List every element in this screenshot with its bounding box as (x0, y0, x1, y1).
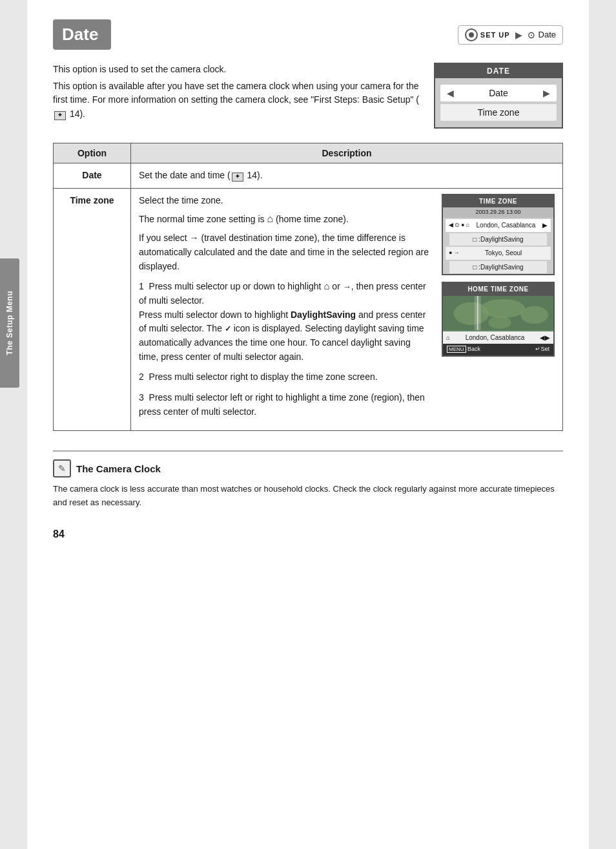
table-row-timezone: Time zone Select the time zone. The norm… (54, 188, 563, 431)
or-text: or (332, 281, 340, 291)
htz-nav-arrows: ◀▶ (540, 333, 550, 343)
book-icon-2: ✦ (232, 173, 243, 182)
breadcrumb-date-label: Date (539, 30, 556, 39)
tz-daylight-2: :DaylightSaving (477, 262, 523, 273)
date-menu-item-tz-label: Time zone (478, 107, 520, 118)
date-menu-items: ◀ Date ▶ Time zone (435, 78, 562, 127)
tz-list-item-1: 1 Press multi selector up or down to hig… (139, 278, 431, 364)
tz-list-item-3: 3 Press multi selector left or right to … (139, 391, 431, 419)
date-menu-mockup: DATE ◀ Date ▶ Time zone (434, 63, 563, 129)
tz-list-num-2: 2 (139, 372, 149, 382)
pencil-icon: ✎ (58, 463, 66, 474)
htz-header: HOME TIME ZONE (443, 283, 553, 296)
daylight-saving-bold: DaylightSaving (291, 309, 356, 320)
tz-screen-row-1: ◀ ⊙ ● ⌂ London, Casablanca ▶ (446, 219, 551, 232)
htz-screen: HOME TIME ZONE (442, 282, 555, 357)
option-date-label: Date (82, 170, 101, 180)
date-desc-text: Set the date and time (✦ 14). (139, 170, 263, 180)
table-desc-date: Set the date and time (✦ 14). (131, 163, 563, 189)
tz-screen: TIME ZONE 2003.29.26 13:00 ◀ ⊙ ● ⌂ (442, 194, 555, 275)
tz-list: 1 Press multi selector up or down to hig… (139, 278, 431, 419)
tz-right-arrow: ▶ (542, 220, 548, 231)
tz-dot-icon: ● (461, 221, 464, 230)
date-menu-item-date: ◀ Date ▶ (440, 85, 557, 101)
note-title: The Camera Clock (76, 463, 161, 474)
tz-screen-time: 2003.29.26 13:00 (443, 207, 553, 218)
sidebar-label: The Setup Menu (5, 291, 14, 355)
intro-section: This option is used to set the camera cl… (53, 63, 563, 129)
tz-row3-icons: ● → (449, 249, 459, 258)
breadcrumb: SET UP ▶ ⊙ Date (458, 25, 563, 45)
tz-tokyo-label: Tokyo, Seoul (485, 248, 522, 258)
tz-travel-icon: → (453, 249, 459, 258)
sidebar-tab: The Setup Menu (0, 258, 19, 388)
menu-key-icon: MENU (447, 346, 466, 353)
travel-arrow-icon-2: → (343, 282, 351, 291)
htz-map (443, 296, 553, 331)
house-icon-2: ⌂ (323, 280, 329, 291)
page-header: Date SET UP ▶ ⊙ Date (53, 19, 563, 50)
date-menu-item-date-label: Date (489, 88, 508, 98)
book-icon: ✦ (54, 111, 66, 120)
date-menu-item-timezone: Time zone (440, 104, 557, 121)
breadcrumb-arrow: ▶ (515, 30, 522, 40)
date-menu-header: DATE (435, 64, 562, 78)
tz-list-item-2: 2 Press multi selector right to display … (139, 370, 431, 384)
menu-arrow-right: ▶ (543, 88, 550, 98)
tz-house-icon-sm: ⌂ (466, 221, 469, 230)
tz-list-num-3: 3 (139, 392, 149, 403)
intro-text: This option is used to set the camera cl… (53, 63, 421, 129)
setup-icon-dot (469, 32, 474, 37)
tz-row1-icons: ◀ ⊙ ● ⌂ (449, 221, 469, 230)
page-title: Date (53, 19, 111, 50)
note-header: ✎ The Camera Clock (53, 459, 563, 477)
note-icon: ✎ (53, 459, 71, 477)
page-number: 84 (53, 529, 563, 540)
htz-house-icon: ⌂ (446, 333, 450, 343)
option-tz-label: Time zone (70, 195, 114, 205)
table-header-option: Option (54, 143, 131, 163)
tz-daylight-1: :DaylightSaving (477, 235, 523, 245)
house-icon: ⌂ (267, 213, 273, 224)
tz-main: Select the time zone. The normal time zo… (139, 194, 555, 426)
htz-set-label: ↵Set (535, 345, 549, 354)
travel-arrow-icon: → (190, 233, 199, 243)
table-row-date: Date Set the date and time (✦ 14). (54, 163, 563, 189)
breadcrumb-setup: SET UP (465, 28, 510, 41)
tz-dot-icon-2: ● (449, 249, 452, 258)
tz-screen-header: TIME ZONE (443, 195, 553, 208)
tz-screen-row-3: ● → Tokyo, Seoul (446, 247, 551, 260)
svg-point-3 (520, 306, 548, 323)
tz-para2: The normal time zone setting is ⌂ (home … (139, 211, 431, 227)
htz-location-label: London, Casablanca (466, 333, 525, 343)
tz-screen-row-indent-2: □ :DaylightSaving (449, 261, 547, 274)
table-desc-timezone: Select the time zone. The normal time zo… (131, 188, 563, 431)
htz-location-bar: ⌂ London, Casablanca ◀▶ (443, 331, 553, 344)
table-option-timezone: Time zone (54, 188, 131, 431)
setup-icon (465, 28, 478, 41)
htz-back-label: MENU Back (447, 345, 480, 354)
tz-images: TIME ZONE 2003.29.26 13:00 ◀ ⊙ ● ⌂ (442, 194, 555, 426)
clock-icon: ⊙ (528, 30, 535, 40)
breadcrumb-date: ⊙ Date (528, 30, 556, 40)
table-option-date: Date (54, 163, 131, 189)
svg-rect-6 (475, 296, 481, 331)
intro-para2: This option is available after you have … (53, 79, 421, 121)
svg-point-2 (481, 299, 525, 318)
tz-screen-row-indent-1: □ :DaylightSaving (449, 233, 547, 246)
tz-list-num-1: 1 (139, 281, 149, 291)
tz-text: Select the time zone. The normal time zo… (139, 194, 431, 426)
htz-map-svg (443, 296, 553, 331)
svg-point-4 (488, 316, 511, 329)
tz-para3: If you select → (travel destination time… (139, 231, 431, 273)
tz-para1: Select the time zone. (139, 194, 431, 208)
tz-london-label: London, Casablanca (477, 220, 536, 231)
note-text: The camera clock is less accurate than m… (53, 483, 563, 508)
note-section: ✎ The Camera Clock The camera clock is l… (53, 450, 563, 508)
menu-arrow-left: ◀ (447, 88, 454, 98)
intro-para1: This option is used to set the camera cl… (53, 63, 421, 77)
breadcrumb-setup-label: SET UP (480, 31, 510, 39)
check-icon: ✓ (225, 324, 231, 333)
table-header-description: Description (131, 143, 563, 163)
tz-left-arrow: ◀ (449, 221, 453, 230)
